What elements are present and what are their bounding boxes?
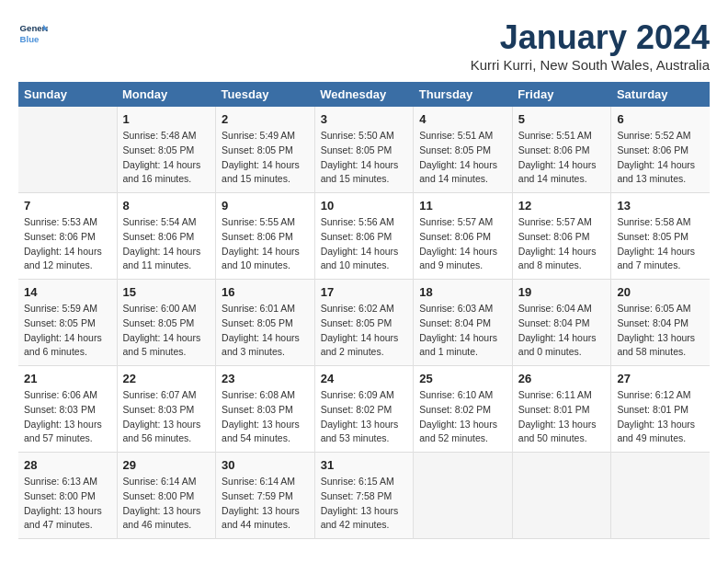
day-info: Sunrise: 6:15 AMSunset: 7:58 PMDaylight:… [321,475,408,533]
week-row-3: 14Sunrise: 5:59 AMSunset: 8:05 PMDayligh… [18,280,710,366]
day-info: Sunrise: 5:57 AMSunset: 8:06 PMDaylight:… [518,215,606,273]
day-number: 4 [419,112,506,126]
calendar-header: SundayMondayTuesdayWednesdayThursdayFrid… [18,82,710,107]
day-info: Sunrise: 5:58 AMSunset: 8:05 PMDaylight:… [617,215,704,273]
day-number: 21 [24,372,111,385]
day-info: Sunrise: 6:07 AMSunset: 8:03 PMDaylight:… [123,388,210,446]
calendar-cell: 1Sunrise: 5:48 AMSunset: 8:05 PMDaylight… [117,107,216,193]
week-row-2: 7Sunrise: 5:53 AMSunset: 8:06 PMDaylight… [18,193,710,280]
day-info: Sunrise: 6:05 AMSunset: 8:04 PMDaylight:… [617,302,704,360]
calendar-cell: 23Sunrise: 6:08 AMSunset: 8:03 PMDayligh… [216,366,315,453]
calendar-cell: 22Sunrise: 6:07 AMSunset: 8:03 PMDayligh… [117,366,216,453]
day-info: Sunrise: 5:59 AMSunset: 8:05 PMDaylight:… [24,302,111,360]
calendar-cell: 11Sunrise: 5:57 AMSunset: 8:06 PMDayligh… [414,193,513,280]
calendar-cell: 27Sunrise: 6:12 AMSunset: 8:01 PMDayligh… [611,366,710,453]
day-info: Sunrise: 5:54 AMSunset: 8:06 PMDaylight:… [123,215,210,273]
calendar-cell: 15Sunrise: 6:00 AMSunset: 8:05 PMDayligh… [117,280,216,366]
day-info: Sunrise: 5:50 AMSunset: 8:05 PMDaylight:… [321,129,408,187]
day-info: Sunrise: 6:13 AMSunset: 8:00 PMDaylight:… [24,475,111,533]
day-info: Sunrise: 5:48 AMSunset: 8:05 PMDaylight:… [123,129,210,187]
day-info: Sunrise: 5:56 AMSunset: 8:06 PMDaylight:… [321,215,408,273]
day-number: 3 [321,112,408,126]
day-info: Sunrise: 6:00 AMSunset: 8:05 PMDaylight:… [123,302,210,360]
calendar-cell [18,107,117,193]
title-section: January 2024 Kurri Kurri, New South Wale… [471,18,710,73]
day-number: 27 [617,372,704,385]
day-number: 16 [222,285,309,299]
day-info: Sunrise: 5:49 AMSunset: 8:05 PMDaylight:… [222,129,309,187]
calendar-cell [414,453,513,539]
day-number: 11 [419,199,506,213]
calendar-cell [512,453,611,539]
main-title: January 2024 [471,18,710,57]
header-sunday: Sunday [18,82,117,107]
week-row-4: 21Sunrise: 6:06 AMSunset: 8:03 PMDayligh… [18,366,710,453]
calendar-cell: 28Sunrise: 6:13 AMSunset: 8:00 PMDayligh… [18,453,117,539]
calendar-cell: 5Sunrise: 5:51 AMSunset: 8:06 PMDaylight… [512,107,611,193]
day-number: 15 [123,285,210,299]
day-number: 30 [222,458,309,472]
day-number: 10 [321,199,408,213]
week-row-5: 28Sunrise: 6:13 AMSunset: 8:00 PMDayligh… [18,453,710,539]
calendar-cell: 3Sunrise: 5:50 AMSunset: 8:05 PMDaylight… [314,107,414,193]
day-info: Sunrise: 5:51 AMSunset: 8:06 PMDaylight:… [518,129,606,187]
day-number: 17 [321,285,408,299]
day-number: 20 [617,285,704,299]
logo-icon: General Blue [18,18,48,48]
calendar-cell: 13Sunrise: 5:58 AMSunset: 8:05 PMDayligh… [611,193,710,280]
day-info: Sunrise: 6:10 AMSunset: 8:02 PMDaylight:… [419,388,506,446]
header-row: SundayMondayTuesdayWednesdayThursdayFrid… [18,82,710,107]
day-number: 13 [617,199,704,213]
calendar-cell: 31Sunrise: 6:15 AMSunset: 7:58 PMDayligh… [314,453,414,539]
day-info: Sunrise: 6:06 AMSunset: 8:03 PMDaylight:… [24,388,111,446]
calendar-cell [611,453,710,539]
day-number: 18 [419,285,506,299]
subtitle: Kurri Kurri, New South Wales, Australia [471,57,710,73]
day-number: 1 [123,112,210,126]
calendar-cell: 20Sunrise: 6:05 AMSunset: 8:04 PMDayligh… [611,280,710,366]
day-info: Sunrise: 5:55 AMSunset: 8:06 PMDaylight:… [222,215,309,273]
day-info: Sunrise: 6:14 AMSunset: 7:59 PMDaylight:… [222,475,309,533]
header-monday: Monday [117,82,216,107]
day-info: Sunrise: 6:11 AMSunset: 8:01 PMDaylight:… [518,388,606,446]
day-number: 6 [617,112,704,126]
calendar-cell: 9Sunrise: 5:55 AMSunset: 8:06 PMDaylight… [216,193,315,280]
day-number: 5 [518,112,606,126]
header-thursday: Thursday [414,82,513,107]
calendar-body: 1Sunrise: 5:48 AMSunset: 8:05 PMDaylight… [18,107,710,539]
day-number: 24 [321,372,408,385]
day-number: 9 [222,199,309,213]
calendar-cell: 21Sunrise: 6:06 AMSunset: 8:03 PMDayligh… [18,366,117,453]
day-info: Sunrise: 6:01 AMSunset: 8:05 PMDaylight:… [222,302,309,360]
page-header: General Blue January 2024 Kurri Kurri, N… [18,18,710,73]
day-info: Sunrise: 6:12 AMSunset: 8:01 PMDaylight:… [617,388,704,446]
day-info: Sunrise: 6:08 AMSunset: 8:03 PMDaylight:… [222,388,309,446]
day-number: 2 [222,112,309,126]
header-tuesday: Tuesday [216,82,315,107]
calendar-cell: 29Sunrise: 6:14 AMSunset: 8:00 PMDayligh… [117,453,216,539]
calendar-cell: 14Sunrise: 5:59 AMSunset: 8:05 PMDayligh… [18,280,117,366]
calendar-cell: 8Sunrise: 5:54 AMSunset: 8:06 PMDaylight… [117,193,216,280]
day-info: Sunrise: 6:04 AMSunset: 8:04 PMDaylight:… [518,302,606,360]
day-number: 19 [518,285,606,299]
header-friday: Friday [512,82,611,107]
calendar-cell: 25Sunrise: 6:10 AMSunset: 8:02 PMDayligh… [414,366,513,453]
week-row-1: 1Sunrise: 5:48 AMSunset: 8:05 PMDaylight… [18,107,710,193]
calendar-cell: 19Sunrise: 6:04 AMSunset: 8:04 PMDayligh… [512,280,611,366]
calendar-cell: 24Sunrise: 6:09 AMSunset: 8:02 PMDayligh… [314,366,414,453]
day-number: 26 [518,372,606,385]
day-number: 28 [24,458,111,472]
day-info: Sunrise: 6:02 AMSunset: 8:05 PMDaylight:… [321,302,408,360]
day-number: 31 [321,458,408,472]
calendar-cell: 7Sunrise: 5:53 AMSunset: 8:06 PMDaylight… [18,193,117,280]
day-info: Sunrise: 5:52 AMSunset: 8:06 PMDaylight:… [617,129,704,187]
header-wednesday: Wednesday [314,82,414,107]
day-number: 22 [123,372,210,385]
calendar-cell: 30Sunrise: 6:14 AMSunset: 7:59 PMDayligh… [216,453,315,539]
day-info: Sunrise: 5:53 AMSunset: 8:06 PMDaylight:… [24,215,111,273]
day-info: Sunrise: 6:14 AMSunset: 8:00 PMDaylight:… [123,475,210,533]
day-number: 25 [419,372,506,385]
calendar-cell: 16Sunrise: 6:01 AMSunset: 8:05 PMDayligh… [216,280,315,366]
logo: General Blue [18,18,48,48]
calendar-cell: 12Sunrise: 5:57 AMSunset: 8:06 PMDayligh… [512,193,611,280]
